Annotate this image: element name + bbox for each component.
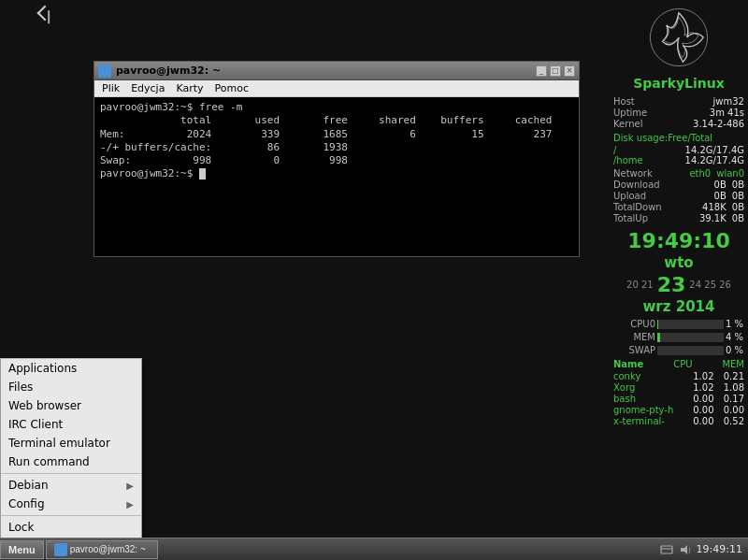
menu-item-run-command[interactable]: Run command	[1, 452, 141, 471]
cpu0-label: CPU0	[613, 319, 655, 329]
mem-bar	[657, 333, 724, 342]
disk-home-value: 14.2G/17.4G	[685, 155, 744, 165]
proc-rows: conky 1.02 0.21Xorg 1.02 1.08bash 0.00 0…	[613, 371, 744, 426]
terminal-header: total used free shared buffers cached	[100, 114, 573, 127]
kernel-label: Kernel	[613, 119, 642, 129]
proc-mem: 0.17	[721, 394, 744, 404]
disk-root-label: /	[613, 145, 616, 155]
uptime-label: Uptime	[613, 108, 647, 118]
upload-value1: 0B	[714, 191, 726, 201]
cal-next: 24 25 26	[689, 280, 731, 290]
proc-row: x-terminal- 0.00 0.52	[613, 416, 744, 426]
menu-item-label: Web browser	[8, 399, 81, 412]
taskbar-terminal-icon	[54, 543, 67, 556]
swap-pct: 0 %	[726, 345, 744, 355]
upload-label: Upload	[613, 191, 646, 201]
menu-item-applications[interactable]: Applications	[1, 359, 141, 378]
terminal-line1: pavroo@jwm32:~$ free -m	[100, 101, 573, 114]
taskbar-tray: ) 19:49:11	[659, 542, 748, 557]
proc-name: bash	[613, 394, 679, 404]
terminal-menu-karty[interactable]: Karty	[170, 81, 209, 95]
menu-item-label: Config	[8, 497, 45, 510]
terminal-title-icon	[98, 65, 111, 78]
download-label: Download	[613, 179, 660, 190]
terminal-cursor	[199, 168, 206, 179]
proc-cpu: 0.00	[686, 394, 714, 404]
mem-pct: 4 %	[726, 332, 744, 342]
proc-name: gnome-pty-h	[613, 405, 679, 415]
terminal-window: pavroo@jwm32: ~ _ □ × Plik Edycja Karty …	[94, 61, 580, 257]
proc-cpu: 1.02	[686, 371, 714, 381]
download-value2: 0B	[732, 179, 744, 190]
taskbar-clock: 19:49:11	[697, 543, 742, 555]
svg-text:): )	[688, 547, 691, 554]
minimize-button[interactable]: _	[536, 65, 547, 77]
menu-item-label: Files	[8, 381, 33, 394]
conky-dow: wto	[613, 254, 744, 271]
disk-root-value: 14.2G/17.4G	[685, 145, 744, 155]
kernel-value: 3.14-2-486	[693, 119, 744, 129]
menu-button-label: Menu	[8, 544, 36, 555]
cal-current: 23	[657, 273, 686, 296]
menu-item-label: Run command	[8, 455, 90, 468]
totaldown-label: TotalDown	[613, 202, 662, 212]
proc-name: Xorg	[613, 382, 679, 393]
volume-tray-icon[interactable]: )	[678, 542, 693, 557]
cpu0-bar	[657, 320, 724, 329]
network-wlan0: wlan0	[716, 168, 744, 179]
terminal-menu-plik[interactable]: Plik	[96, 81, 125, 95]
mem-bar-row: MEM 4 %	[613, 332, 744, 342]
menu-item-config[interactable]: Config▶	[1, 495, 141, 513]
swap-label: SWAP	[613, 345, 655, 355]
close-button[interactable]: ×	[564, 65, 575, 77]
proc-row: conky 1.02 0.21	[613, 371, 744, 381]
menu-item-debian[interactable]: Debian▶	[1, 476, 141, 495]
taskbar-menu-button[interactable]: Menu	[0, 540, 44, 559]
conky-title: SparkyLinux	[613, 76, 744, 91]
network-tray-icon[interactable]	[659, 542, 674, 557]
desktop: SparkyLinux Host jwm32 Uptime 3m 41s Ker…	[0, 0, 748, 560]
menu-item-lock[interactable]: Lock	[1, 518, 141, 537]
terminal-swap: Swap: 998 0 998	[100, 154, 573, 167]
maximize-button[interactable]: □	[550, 65, 561, 77]
terminal-title: pavroo@jwm32: ~	[98, 65, 536, 78]
proc-cpu: 0.00	[686, 416, 714, 426]
taskbar: Menu pavroo@jwm32: ~ ) 19:49:11	[0, 538, 748, 560]
menu-item-label: Terminal emulator	[8, 437, 110, 450]
terminal-buffers: -/+ buffers/cache: 86 1938	[100, 141, 573, 154]
cpu0-pct: 1 %	[726, 319, 744, 329]
swap-bar	[657, 346, 724, 355]
proc-name-col: Name	[613, 359, 643, 369]
proc-row: gnome-pty-h 0.00 0.00	[613, 405, 744, 415]
proc-row: Xorg 1.02 1.08	[613, 382, 744, 393]
proc-cpu: 0.00	[686, 405, 714, 415]
cpu0-bar-fill	[657, 320, 658, 329]
terminal-menu-edycja[interactable]: Edycja	[125, 81, 170, 95]
totalup-label: TotalUp	[613, 213, 648, 223]
network-label: Network	[613, 168, 653, 179]
taskbar-terminal-button[interactable]: pavroo@jwm32: ~	[46, 540, 158, 559]
menu-item-terminal-emulator[interactable]: Terminal emulator	[1, 434, 141, 452]
cursor-icon	[37, 6, 53, 22]
terminal-menubar: Plik Edycja Karty Pomoc	[94, 80, 579, 97]
menu-item-files[interactable]: Files	[1, 378, 141, 396]
upload-value2: 0B	[732, 191, 744, 201]
menu-separator	[1, 473, 141, 474]
download-value1: 0B	[714, 179, 726, 190]
proc-mem-col: MEM	[722, 359, 744, 369]
proc-mem: 0.52	[721, 416, 744, 426]
menu-item-irc-client[interactable]: IRC Client	[1, 415, 141, 434]
proc-cpu-col: CPU	[673, 359, 692, 369]
uptime-value: 3m 41s	[710, 108, 744, 118]
cpu0-bar-row: CPU0 1 %	[613, 319, 744, 329]
menu-item-label: IRC Client	[8, 418, 63, 431]
swap-bar-row: SWAP 0 %	[613, 345, 744, 355]
terminal-menu-pomoc[interactable]: Pomoc	[209, 81, 254, 95]
svg-rect-1	[661, 546, 672, 553]
terminal-titlebar: pavroo@jwm32: ~ _ □ ×	[94, 62, 579, 80]
proc-name: conky	[613, 371, 679, 381]
terminal-controls: _ □ ×	[536, 65, 575, 77]
menu-item-web-browser[interactable]: Web browser	[1, 396, 141, 415]
host-value: jwm32	[713, 96, 744, 107]
menu-item-label: Applications	[8, 362, 77, 375]
